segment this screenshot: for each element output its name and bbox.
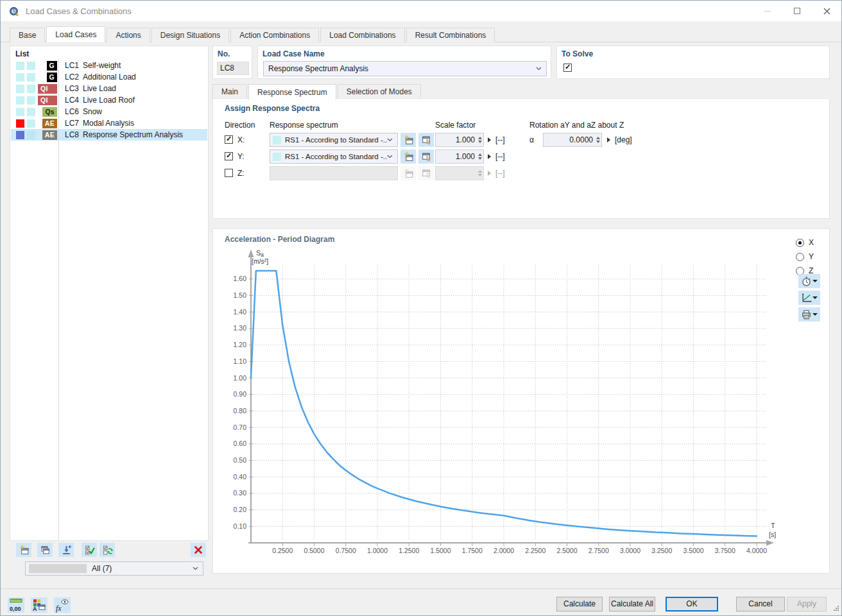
subtab-selection-of-modes[interactable]: Selection of Modes xyxy=(338,84,421,99)
direction-z-checkbox[interactable] xyxy=(225,169,233,177)
period-frequency-button[interactable] xyxy=(798,274,820,288)
check-all-button[interactable] xyxy=(82,543,97,557)
rotation-detail-arrow[interactable] xyxy=(607,137,610,142)
dropdown-caret-icon xyxy=(812,296,818,299)
resize-grip[interactable] xyxy=(833,604,839,613)
assign-row-x: X: RS1 - According to Standard -... 1.00… xyxy=(213,133,829,147)
chevron-down-icon xyxy=(193,567,198,570)
category-color-1 xyxy=(16,96,24,105)
scale-factor-y-unit: [--] xyxy=(495,152,505,161)
spectrum-x-value: RS1 - According to Standard -... xyxy=(285,136,387,144)
badge-zone: Qs xyxy=(38,107,57,117)
action-type-badge: QI A xyxy=(38,96,57,105)
print-diagram-button[interactable] xyxy=(798,307,820,321)
delete-load-case-button[interactable] xyxy=(191,543,206,557)
close-button[interactable] xyxy=(812,1,841,21)
new-window-icon xyxy=(403,168,414,179)
chevron-down-icon xyxy=(387,138,393,142)
list-item-lc1[interactable]: GLC1Self-weight xyxy=(11,60,207,71)
spinner-arrows[interactable] xyxy=(595,137,601,143)
tab-load-cases[interactable]: Load Cases xyxy=(46,26,105,42)
new-spectrum-x-button[interactable] xyxy=(400,133,416,147)
ok-button[interactable]: OK xyxy=(666,597,718,612)
subtab-response-spectrum[interactable]: Response Spectrum xyxy=(248,84,336,99)
tab-base[interactable]: Base xyxy=(10,28,45,42)
new-window-icon xyxy=(403,151,414,162)
new-load-case-button[interactable] xyxy=(16,543,31,557)
load-case-name: Live Load Roof xyxy=(83,96,135,105)
category-color-2 xyxy=(27,96,35,105)
close-icon xyxy=(823,8,830,15)
direction-y-checkbox[interactable] xyxy=(225,152,233,160)
diagram-direction-radios: XYZ xyxy=(796,235,814,278)
tab-result-combinations[interactable]: Result Combinations xyxy=(406,28,495,42)
import-load-case-button[interactable] xyxy=(58,543,74,557)
category-color-1 xyxy=(16,119,24,128)
scale-factor-x-field[interactable]: 1.000 xyxy=(435,133,484,147)
response-spectrum-y-combo[interactable]: RS1 - According to Standard -... xyxy=(270,150,398,164)
radio-y[interactable] xyxy=(796,253,804,261)
edit-spectrum-x-button[interactable] xyxy=(418,133,434,147)
subtab-main[interactable]: Main xyxy=(212,84,247,99)
svg-text:1.60: 1.60 xyxy=(234,275,247,282)
list-filter-combo[interactable]: All (7) xyxy=(25,561,203,576)
svg-text:0.60: 0.60 xyxy=(234,440,247,447)
footer-bar: 0,00AfxCalculateCalculate AllOKCancelApp… xyxy=(1,588,841,615)
list-item-lc7[interactable]: AELC7Modal Analysis xyxy=(11,117,207,129)
direction-x-checkbox[interactable] xyxy=(225,135,233,144)
action-type-badge: AE xyxy=(42,119,57,128)
name-group: Load Case Name Response Spectrum Analysi… xyxy=(257,46,551,79)
list-item-lc4[interactable]: QI ALC4Live Load Roof xyxy=(11,94,207,106)
spinner-arrows[interactable] xyxy=(477,137,483,143)
cancel-button[interactable]: Cancel xyxy=(736,597,785,612)
svg-text:0.7500: 0.7500 xyxy=(336,547,356,554)
diagram-panel: Acceleration - Period Diagram 0.100.200.… xyxy=(212,228,830,574)
tool-label: A xyxy=(33,606,37,612)
load-case-name-label: Load Case Name xyxy=(262,49,325,58)
edit-spectrum-y-button[interactable] xyxy=(418,150,434,164)
new-spectrum-y-button[interactable] xyxy=(400,150,416,164)
spinner-arrows[interactable] xyxy=(477,153,483,160)
svg-text:[m/s²]: [m/s²] xyxy=(252,257,268,265)
copy-load-case-button[interactable] xyxy=(37,543,53,557)
scale-factor-y-field[interactable]: 1.000 xyxy=(435,150,484,164)
tab-design-situations[interactable]: Design Situations xyxy=(151,28,229,42)
action-type-badge: QI A xyxy=(38,84,57,94)
scale-factor-x-detail-arrow[interactable] xyxy=(488,137,491,142)
maximize-button[interactable] xyxy=(782,1,812,21)
load-case-name-combo[interactable]: Response Spectrum Analysis xyxy=(263,61,547,76)
assign-header: Assign Response Spectra xyxy=(225,104,320,113)
svg-text:1.00: 1.00 xyxy=(234,374,247,382)
svg-text:1.5000: 1.5000 xyxy=(430,547,451,554)
svg-text:3.0000: 3.0000 xyxy=(620,547,640,554)
to-solve-checkbox[interactable] xyxy=(563,64,572,72)
svg-text:0.40: 0.40 xyxy=(234,473,247,481)
scale-factor-y-detail-arrow[interactable] xyxy=(488,154,491,159)
svg-text:1.40: 1.40 xyxy=(234,308,247,316)
tab-actions[interactable]: Actions xyxy=(107,28,150,42)
to-solve-label: To Solve xyxy=(562,49,593,58)
display-options-button[interactable]: A xyxy=(31,597,47,613)
calculate-button[interactable]: Calculate xyxy=(556,597,603,612)
load-cases-dialog: Load Cases & Combinations BaseLoad Cases… xyxy=(0,0,842,616)
rotation-angle-field[interactable]: 0.0000 xyxy=(543,133,602,147)
radio-x[interactable] xyxy=(796,239,804,247)
calculate-all-button[interactable]: Calculate All xyxy=(609,597,655,612)
diagram-options-button[interactable] xyxy=(798,291,820,305)
units-ruler-button[interactable]: 0,00 xyxy=(8,597,24,613)
tab-action-combinations[interactable]: Action Combinations xyxy=(230,28,319,42)
response-spectrum-x-combo[interactable]: RS1 - According to Standard -... xyxy=(270,133,398,147)
tab-load-combinations[interactable]: Load Combinations xyxy=(320,28,404,42)
list-item-lc3[interactable]: QI ALC3Live Load xyxy=(11,83,207,94)
load-case-name: Response Spectrum Analysis xyxy=(83,130,183,139)
invert-check-button[interactable] xyxy=(99,543,115,557)
svg-text:1.7500: 1.7500 xyxy=(462,547,483,554)
list-item-lc6[interactable]: QsLC6Snow xyxy=(11,106,207,117)
acceleration-period-plot: 0.100.200.300.400.500.600.700.800.901.00… xyxy=(219,247,784,568)
list-item-lc2[interactable]: GLC2Additional Load xyxy=(11,71,207,83)
list-item-lc8[interactable]: AELC8Response Spectrum Analysis xyxy=(11,129,207,141)
formula-eye-button[interactable]: fx xyxy=(54,597,71,613)
tool-label: 0,00 xyxy=(10,606,21,612)
minimize-button[interactable] xyxy=(753,1,782,21)
radio-row-y: Y xyxy=(796,250,814,264)
